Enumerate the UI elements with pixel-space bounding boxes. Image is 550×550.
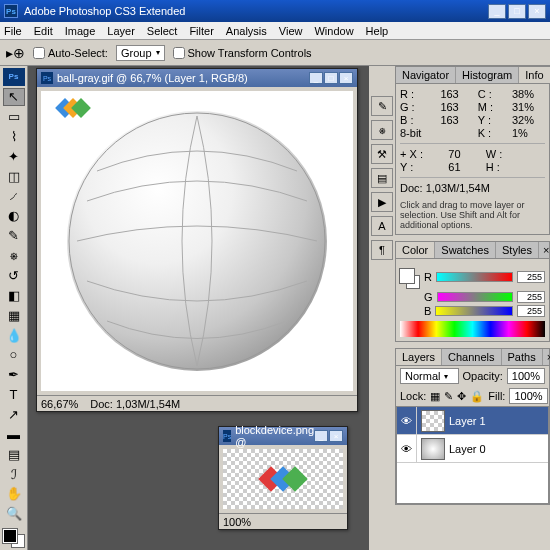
tab-layers[interactable]: Layers (396, 349, 442, 365)
cursor-cubes-icon (61, 101, 85, 115)
doc1-canvas[interactable] (41, 91, 353, 391)
eraser-tool[interactable]: ◧ (3, 286, 25, 304)
brush-tool[interactable]: ✎ (3, 227, 25, 245)
green-slider[interactable] (437, 292, 513, 302)
blue-value[interactable]: 255 (517, 305, 545, 317)
path-tool[interactable]: ↗ (3, 406, 25, 424)
clone-panel-icon[interactable]: ⎈ (371, 120, 393, 140)
doc2-canvas[interactable] (223, 449, 343, 509)
layer-row-0[interactable]: 👁 Layer 0 (397, 435, 548, 463)
info-panel: Navigator Histogram Info × R :163C :38% … (395, 66, 550, 235)
doc2-minimize[interactable]: _ (314, 430, 328, 442)
hand-tool[interactable]: ✋ (3, 485, 25, 503)
maximize-button[interactable]: □ (508, 4, 526, 19)
pen-tool[interactable]: ✒ (3, 366, 25, 384)
tab-histogram[interactable]: Histogram (456, 67, 519, 83)
ps-icon: Ps (3, 68, 25, 86)
gradient-tool[interactable]: ▦ (3, 306, 25, 324)
lock-all-icon[interactable]: 🔒 (470, 390, 484, 403)
doc1-maximize[interactable]: □ (324, 72, 338, 84)
lock-pixels-icon[interactable]: ✎ (444, 390, 453, 403)
crop-tool[interactable]: ◫ (3, 167, 25, 185)
menu-view[interactable]: View (279, 25, 303, 37)
tab-channels[interactable]: Channels (442, 349, 501, 365)
auto-select-checkbox[interactable]: Auto-Select: (33, 47, 108, 59)
move-tool-icon: ▸⊕ (6, 45, 25, 61)
layers-panel: Layers Channels Paths × Normal▾ Opacity:… (395, 348, 550, 505)
tab-navigator[interactable]: Navigator (396, 67, 456, 83)
move-tool[interactable]: ↖ (3, 88, 25, 106)
tab-paths[interactable]: Paths (502, 349, 543, 365)
doc1-zoom[interactable]: 66,67% (41, 398, 78, 410)
layer-comps-icon[interactable]: ▤ (371, 168, 393, 188)
color-panel: Color Swatches Styles × R255 G255 B255 (395, 241, 550, 342)
layers-close-icon[interactable]: × (543, 349, 550, 365)
character-panel-icon[interactable]: A (371, 216, 393, 236)
blue-slider[interactable] (435, 306, 513, 316)
menu-image[interactable]: Image (65, 25, 96, 37)
menu-file[interactable]: File (4, 25, 22, 37)
eyedropper-tool[interactable]: ℐ (3, 465, 25, 483)
doc1-statusbar: 66,67% Doc: 1,03M/1,54M (37, 395, 357, 411)
stamp-tool[interactable]: ⎈ (3, 247, 25, 265)
group-dropdown[interactable]: Group▾ (116, 45, 165, 61)
paragraph-panel-icon[interactable]: ¶ (371, 240, 393, 260)
menu-edit[interactable]: Edit (34, 25, 53, 37)
layer-row-1[interactable]: 👁 Layer 1 (397, 407, 548, 435)
menu-window[interactable]: Window (314, 25, 353, 37)
shape-tool[interactable]: ▬ (3, 425, 25, 443)
red-value[interactable]: 255 (517, 271, 545, 283)
tab-color[interactable]: Color (396, 242, 435, 258)
type-tool[interactable]: T (3, 386, 25, 404)
minimize-button[interactable]: _ (488, 4, 506, 19)
options-bar: ▸⊕ Auto-Select: Group▾ Show Transform Co… (0, 40, 550, 66)
blend-mode-dropdown[interactable]: Normal▾ (400, 368, 459, 384)
green-value[interactable]: 255 (517, 291, 545, 303)
history-brush-tool[interactable]: ↺ (3, 267, 25, 285)
doc1-close[interactable]: × (339, 72, 353, 84)
lock-position-icon[interactable]: ✥ (457, 390, 466, 403)
menu-analysis[interactable]: Analysis (226, 25, 267, 37)
slice-tool[interactable]: ⟋ (3, 187, 25, 205)
fill-input[interactable]: 100% (509, 388, 547, 404)
menu-select[interactable]: Select (147, 25, 178, 37)
tab-swatches[interactable]: Swatches (435, 242, 496, 258)
transform-checkbox[interactable]: Show Transform Controls (173, 47, 312, 59)
volleyball-seams (67, 111, 327, 371)
spectrum-bar[interactable] (400, 321, 545, 337)
marquee-tool[interactable]: ▭ (3, 108, 25, 126)
wand-tool[interactable]: ✦ (3, 147, 25, 165)
menu-filter[interactable]: Filter (189, 25, 213, 37)
dodge-tool[interactable]: ○ (3, 346, 25, 364)
opacity-input[interactable]: 100% (507, 368, 545, 384)
tool-presets-icon[interactable]: ⚒ (371, 144, 393, 164)
actions-panel-icon[interactable]: ▶ (371, 192, 393, 212)
color-fg-bg[interactable] (400, 269, 420, 289)
doc2-close[interactable]: × (329, 430, 343, 442)
doc1-titlebar[interactable]: Ps ball-gray.gif @ 66,7% (Layer 1, RGB/8… (37, 69, 357, 87)
menu-help[interactable]: Help (366, 25, 389, 37)
doc1-minimize[interactable]: _ (309, 72, 323, 84)
visibility-icon[interactable]: 👁 (397, 435, 417, 462)
heal-tool[interactable]: ◐ (3, 207, 25, 225)
tab-info[interactable]: Info (519, 67, 550, 83)
close-button[interactable]: × (528, 4, 546, 19)
notes-tool[interactable]: ▤ (3, 445, 25, 463)
lasso-tool[interactable]: ⌇ (3, 128, 25, 146)
color-swatches[interactable] (3, 529, 25, 548)
menu-layer[interactable]: Layer (107, 25, 135, 37)
color-close-icon[interactable]: × (539, 242, 550, 258)
brushes-panel-icon[interactable]: ✎ (371, 96, 393, 116)
collapsed-panel-strip: ✎ ⎈ ⚒ ▤ ▶ A ¶ (369, 66, 395, 550)
red-slider[interactable] (436, 272, 513, 282)
zoom-tool[interactable]: 🔍 (3, 505, 25, 523)
layer1-thumb (421, 410, 445, 432)
tab-styles[interactable]: Styles (496, 242, 539, 258)
document-window-2[interactable]: Ps blockdevice.png @ _ × 100% (218, 426, 348, 530)
doc2-titlebar[interactable]: Ps blockdevice.png @ _ × (219, 427, 347, 445)
lock-transparent-icon[interactable]: ▦ (430, 390, 440, 403)
visibility-icon[interactable]: 👁 (397, 407, 417, 434)
document-window-1[interactable]: Ps ball-gray.gif @ 66,7% (Layer 1, RGB/8… (36, 68, 358, 412)
doc2-zoom[interactable]: 100% (223, 516, 251, 528)
blur-tool[interactable]: 💧 (3, 326, 25, 344)
